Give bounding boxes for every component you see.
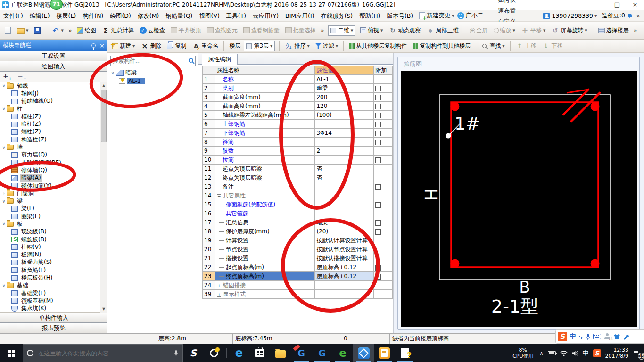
assistant-button[interactable]: 广小二 xyxy=(457,12,484,20)
sort-button[interactable]: 排序▼ xyxy=(282,41,312,51)
copy-to-other-floor-button[interactable]: 复制构件到其他楼层 xyxy=(410,41,473,51)
tree-item-23[interactable]: 板受力筋(S) xyxy=(0,259,100,266)
property-value-cell[interactable] xyxy=(315,191,374,200)
account-button[interactable]: 13907298339 ▼ xyxy=(543,12,597,19)
tray-language-indicator[interactable]: 中 xyxy=(583,349,589,357)
tree-group-hidden-beam[interactable]: ∨ 暗梁 xyxy=(107,69,198,77)
property-name-cell[interactable]: −其它属性 xyxy=(215,191,315,200)
attach-checkbox[interactable] xyxy=(375,131,381,136)
minimize-button[interactable]: – xyxy=(590,0,608,10)
battery-icon[interactable] xyxy=(548,351,556,355)
tree-item-27[interactable]: 基础梁(F) xyxy=(0,289,100,297)
tray-sogou-icon[interactable]: S xyxy=(593,349,601,357)
view-mode-combo[interactable]: 二维▼ xyxy=(328,25,355,36)
tree-item-4[interactable]: 框柱(Z) xyxy=(0,113,100,120)
sidebar-close-icon[interactable]: × xyxy=(99,42,105,49)
menu-item-5[interactable]: 修改(M) xyxy=(134,10,163,21)
property-name-cell[interactable]: 上部钢筋 xyxy=(215,120,315,129)
property-name-cell[interactable]: 轴线距梁左边线距离(mm) xyxy=(215,111,315,120)
property-value-cell[interactable] xyxy=(315,281,374,290)
property-value-cell[interactable]: 120 xyxy=(315,102,374,111)
menu-item-7[interactable]: 视图(V) xyxy=(196,10,223,21)
explorer-taskbar-button[interactable] xyxy=(270,344,291,362)
tree-item-24[interactable]: 板负筋(F) xyxy=(0,266,100,274)
attach-checkbox[interactable] xyxy=(375,122,381,127)
undo-button[interactable]: ▼ xyxy=(49,26,66,35)
attach-checkbox[interactable] xyxy=(375,104,381,109)
tree-item-16[interactable]: 梁(L) xyxy=(0,205,100,213)
attach-checkbox[interactable] xyxy=(375,113,381,118)
single-component-input-button[interactable]: 单构件输入 xyxy=(0,313,107,323)
tree-item-5[interactable]: 暗柱(Z) xyxy=(0,120,100,128)
search-icon[interactable] xyxy=(188,58,195,65)
property-value-cell[interactable]: (100) xyxy=(315,111,374,120)
new-component-button[interactable]: 新建▼ xyxy=(110,41,137,51)
local-3d-button[interactable]: 局部三维 xyxy=(424,25,461,35)
chevron-down-icon[interactable]: ∨ xyxy=(109,71,116,75)
find-element-button[interactable]: 查找图元 xyxy=(205,25,240,35)
orbit-view-button[interactable]: 动态观察 xyxy=(387,25,423,35)
ime-language-indicator[interactable]: 中 xyxy=(570,332,576,341)
menu-item-12[interactable]: 帮助(H) xyxy=(356,10,383,21)
screen-rotate-button[interactable]: 屏幕旋转▼ xyxy=(549,25,589,35)
zoom-tool-button[interactable]: 缩放▼ xyxy=(491,25,518,35)
scroll-up-icon[interactable]: ▲ xyxy=(100,82,107,89)
property-value-cell[interactable]: 层顶标高+0.12 xyxy=(315,272,374,281)
attach-checkbox[interactable] xyxy=(375,265,381,271)
start-button[interactable] xyxy=(0,344,23,362)
menu-item-1[interactable]: 编辑(E) xyxy=(26,10,53,21)
copy-component-button[interactable]: 复制 xyxy=(165,41,189,51)
property-name-cell[interactable]: 肢数 xyxy=(215,147,315,156)
property-value-cell[interactable]: 暗梁 xyxy=(315,218,374,227)
attach-checkbox[interactable] xyxy=(375,86,381,91)
save-file-button[interactable] xyxy=(32,26,43,35)
property-value-cell[interactable] xyxy=(315,290,374,299)
property-value-cell[interactable] xyxy=(315,209,374,218)
tree-item-21[interactable]: 柱帽(V) xyxy=(0,243,100,251)
rename-component-button[interactable]: 重命名 xyxy=(190,41,221,51)
property-name-cell[interactable]: —终点顶标高(m) xyxy=(215,272,315,281)
new-change-button[interactable]: 新建变更 ▼ xyxy=(419,12,454,20)
open-file-button[interactable]: ▼ xyxy=(14,26,31,35)
microphone-icon[interactable] xyxy=(585,333,591,340)
copy-from-other-floor-button[interactable]: 从其他楼层复制构件 xyxy=(347,41,409,51)
align-slab-top-button[interactable]: 平齐板顶 xyxy=(168,25,204,35)
property-name-cell[interactable]: —搭接设置 xyxy=(215,254,315,263)
view-rebar-button[interactable]: 查看钢筋量 xyxy=(241,25,282,35)
move-down-button[interactable]: 下移 xyxy=(540,41,565,51)
store-taskbar-button[interactable] xyxy=(249,344,270,362)
clock-widget[interactable]: 12:33 2017/8/9 xyxy=(605,347,628,359)
tree-item-19[interactable]: 现浇板(B) xyxy=(0,228,100,236)
menu-item-6[interactable]: 钢筋量(Q) xyxy=(162,10,196,21)
property-value-cell[interactable]: AL-1 xyxy=(315,75,374,84)
property-name-cell[interactable]: 箍筋 xyxy=(215,138,315,147)
tree-folder-0[interactable]: ∨轴线 xyxy=(0,82,100,90)
menu-item-2[interactable]: 楼层(L) xyxy=(53,10,80,21)
attach-checkbox[interactable] xyxy=(375,274,381,280)
attach-checkbox[interactable] xyxy=(375,140,381,145)
property-value-cell[interactable]: 2 xyxy=(315,147,374,156)
menu-item-8[interactable]: 工具(T) xyxy=(223,10,249,21)
tree-item-20[interactable]: 螺旋板(B) xyxy=(0,236,100,243)
property-name-cell[interactable]: 备注 xyxy=(215,182,315,191)
chrome-new-taskbar-button[interactable]: G xyxy=(291,344,312,362)
select-floor-button[interactable]: 选择楼层 xyxy=(596,25,631,35)
tree-item-28[interactable]: 筏板基础(M) xyxy=(0,297,100,304)
tree-item-22[interactable]: 板洞(N) xyxy=(0,251,100,259)
tree-item-1[interactable]: 轴网(J) xyxy=(0,90,100,97)
tree-item-17[interactable]: 圈梁(E) xyxy=(0,213,100,220)
property-value-cell[interactable]: 200 xyxy=(315,93,374,102)
pan-tool-button[interactable]: 平移▼ xyxy=(519,25,548,35)
sogou-input-taskbar-button[interactable]: S xyxy=(183,344,204,362)
property-name-cell[interactable]: —侧面纵筋(总配筋值) xyxy=(215,200,315,209)
property-name-cell[interactable]: +显示样式 xyxy=(215,290,315,299)
full-screen-button[interactable]: 全屏 xyxy=(467,25,490,35)
tray-overflow-chevron[interactable]: ∧ xyxy=(540,350,544,356)
sogou-logo-icon[interactable]: S xyxy=(558,332,567,341)
draw-button[interactable]: 绘图 xyxy=(74,25,99,35)
attach-checkbox[interactable] xyxy=(375,157,381,163)
close-button[interactable]: × xyxy=(626,0,644,10)
settings-wrench-icon[interactable] xyxy=(623,334,629,340)
tree-folder-18[interactable]: ∨板 xyxy=(0,220,100,228)
property-name-cell[interactable]: 起点为顶层暗梁 xyxy=(215,165,315,173)
